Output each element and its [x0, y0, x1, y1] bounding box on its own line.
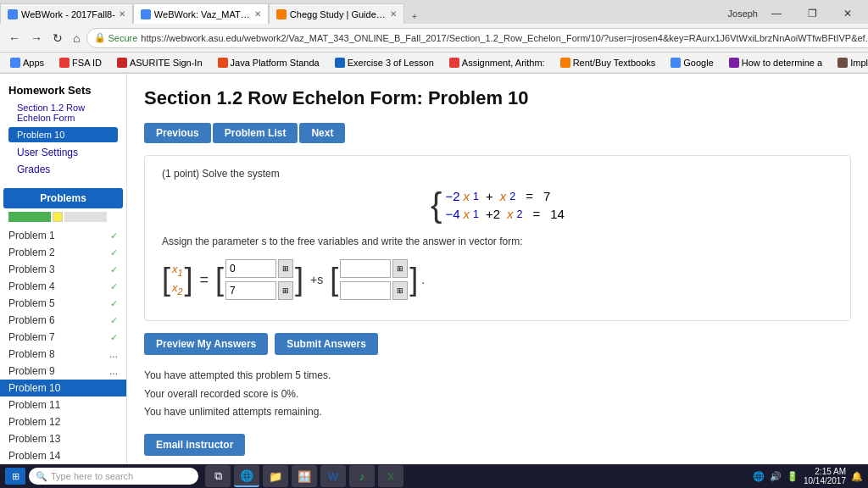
- taskbar-windows-btn2[interactable]: 🪟: [292, 465, 317, 487]
- sidebar-problem-6[interactable]: Problem 6✓: [0, 312, 126, 329]
- submit-button[interactable]: Submit Answers: [275, 333, 378, 355]
- sidebar-problem-11[interactable]: Problem 11: [0, 396, 126, 413]
- nav-bar: ← → ↻ ⌂ 🔒 Secure https://webwork.asu.edu…: [0, 24, 868, 53]
- bookmark-apps[interactable]: Apps: [5, 56, 49, 69]
- problem-list-button[interactable]: Problem List: [213, 123, 298, 143]
- sidebar-problem-12[interactable]: Problem 12: [0, 413, 126, 430]
- bookmark-java[interactable]: Java Platform Standa: [213, 56, 325, 69]
- start-button[interactable]: ⊞: [5, 468, 25, 485]
- maximize-button[interactable]: ❐: [795, 3, 829, 24]
- const-grid-btn-2[interactable]: ⊞: [278, 281, 293, 300]
- bookmark-rent[interactable]: Rent/Buy Textbooks: [555, 56, 661, 69]
- tab-close-2[interactable]: ✕: [254, 9, 261, 19]
- problem-label-3: Problem 3: [8, 263, 55, 275]
- taskbar-chrome[interactable]: 🌐: [234, 465, 259, 487]
- bookmark-rent-label: Rent/Buy Textbooks: [573, 58, 656, 68]
- secure-badge: 🔒 Secure: [94, 32, 137, 43]
- sidebar-section-link[interactable]: Section 1.2 Row Echelon Form: [8, 100, 118, 125]
- email-instructor-button[interactable]: Email instructor: [144, 434, 245, 456]
- sidebar-problem-13[interactable]: Problem 13: [0, 430, 126, 447]
- problem-list: Problem 1✓Problem 2✓Problem 3✓Problem 4✓…: [0, 227, 126, 465]
- const-input-2[interactable]: [225, 281, 276, 300]
- tab-webwork2[interactable]: WeBWork: Vaz_MAT_34: ✕: [133, 3, 269, 24]
- free-input-1[interactable]: [340, 259, 391, 278]
- problem-label-14: Problem 14: [8, 450, 60, 462]
- bookmark-how[interactable]: How to determine a: [724, 56, 827, 69]
- problem-label-5: Problem 5: [8, 297, 55, 309]
- sidebar-problem-7[interactable]: Problem 7✓: [0, 329, 126, 346]
- taskbar-taskview[interactable]: ⧉: [205, 465, 231, 487]
- progress-bar: [8, 212, 118, 222]
- implement-icon: [837, 58, 848, 68]
- asurite-icon: [117, 58, 127, 68]
- sidebar-homework-section: Homework Sets Section 1.2 Row Echelon Fo…: [0, 80, 126, 181]
- bookmark-exercise-label: Exercise 3 of Lesson: [348, 58, 434, 68]
- problem-label-11: Problem 11: [8, 399, 60, 411]
- taskbar-excel[interactable]: X: [378, 465, 403, 487]
- sidebar-problem-5[interactable]: Problem 5✓: [0, 295, 126, 312]
- taskbar-spotify[interactable]: ♪: [349, 465, 375, 487]
- free-grid-btn-2[interactable]: ⊞: [392, 281, 408, 300]
- sidebar-active-problem[interactable]: Problem 10: [8, 127, 118, 142]
- var-vector: [ x1 x2 ]: [162, 259, 193, 299]
- sidebar-problem-3[interactable]: Problem 3✓: [0, 261, 126, 278]
- problem-label-13: Problem 13: [8, 433, 60, 445]
- date-display: 10/14/2017: [804, 476, 846, 485]
- bookmark-implement[interactable]: Implement selection: [832, 56, 868, 69]
- free-grid-btn-1[interactable]: ⊞: [392, 259, 408, 278]
- page-title: Section 1.2 Row Echelon Form: Problem 10: [144, 87, 851, 109]
- bookmark-google[interactable]: Google: [665, 56, 718, 69]
- free-input-2[interactable]: [340, 281, 391, 300]
- tab-close-1[interactable]: ✕: [119, 9, 125, 19]
- period: .: [421, 273, 425, 286]
- tab-label-1: WeBWork - 2017Fall8-: [21, 9, 115, 19]
- tab-label-3: Chegg Study | Guided S:: [290, 9, 387, 19]
- taskbar-word[interactable]: W: [320, 465, 346, 487]
- preview-button[interactable]: Preview My Answers: [144, 333, 268, 355]
- sidebar-grades[interactable]: Grades: [8, 161, 118, 178]
- content-area: Section 1.2 Row Echelon Form: Problem 10…: [127, 74, 868, 465]
- address-bar[interactable]: 🔒 Secure https://webwork.asu.edu/webwork…: [86, 28, 868, 48]
- vector-form: [ x1 x2 ] = [: [162, 256, 833, 303]
- sidebar-problem-4[interactable]: Problem 4✓: [0, 278, 126, 295]
- tab-webwork1[interactable]: WeBWork - 2017Fall8- ✕: [0, 3, 133, 24]
- const-vector: [ ⊞ ⊞ ]: [215, 256, 303, 303]
- check-icon-4: ✓: [110, 281, 118, 292]
- check-icon-5: ✓: [110, 298, 118, 309]
- previous-button[interactable]: Previous: [144, 123, 211, 143]
- back-button[interactable]: ←: [5, 30, 24, 47]
- exercise-icon: [335, 58, 345, 68]
- minimize-button[interactable]: —: [760, 3, 793, 24]
- assign-icon: [449, 58, 459, 68]
- sidebar-problem-10[interactable]: Problem 10: [0, 380, 126, 396]
- lock-icon: 🔒: [94, 32, 106, 43]
- sidebar-problem-1[interactable]: Problem 1✓: [0, 227, 126, 244]
- home-button[interactable]: ⌂: [70, 30, 83, 47]
- rent-icon: [560, 58, 570, 68]
- bookmark-fsa[interactable]: FSA ID: [54, 56, 107, 69]
- close-button[interactable]: ✕: [831, 3, 865, 24]
- tab-close-3[interactable]: ✕: [390, 9, 397, 19]
- forward-button[interactable]: →: [27, 30, 46, 47]
- const-input-1[interactable]: [225, 259, 276, 278]
- bookmarks-bar: Apps FSA ID ASURITE Sign-In Java Platfor…: [0, 53, 868, 73]
- sidebar-user-settings[interactable]: User Settings: [8, 144, 118, 161]
- bookmark-implement-label: Implement selection: [850, 58, 868, 68]
- next-button[interactable]: Next: [299, 123, 345, 143]
- new-tab-button[interactable]: +: [404, 8, 425, 24]
- taskbar-file-explorer[interactable]: 📁: [263, 465, 288, 487]
- reload-button[interactable]: ↻: [49, 30, 66, 47]
- taskbar-search[interactable]: 🔍 Type here to search: [29, 468, 198, 485]
- bookmark-asurite[interactable]: ASURITE Sign-In: [112, 56, 208, 69]
- equation-1: −2x1 +x2 = 7: [445, 189, 565, 203]
- tab-chegg[interactable]: Chegg Study | Guided S: ✕: [269, 3, 404, 24]
- check-icon-1: ✓: [110, 230, 118, 241]
- sidebar-problem-2[interactable]: Problem 2✓: [0, 244, 126, 261]
- eq1-coeff1: −2: [445, 189, 459, 203]
- bookmark-exercise[interactable]: Exercise 3 of Lesson: [330, 56, 439, 69]
- sidebar-problem-14[interactable]: Problem 14: [0, 447, 126, 464]
- const-grid-btn-1[interactable]: ⊞: [278, 259, 293, 278]
- sidebar-problem-8[interactable]: Problem 8...: [0, 346, 126, 363]
- sidebar-problem-9[interactable]: Problem 9...: [0, 363, 126, 380]
- bookmark-assign[interactable]: Assignment, Arithm:: [444, 56, 550, 69]
